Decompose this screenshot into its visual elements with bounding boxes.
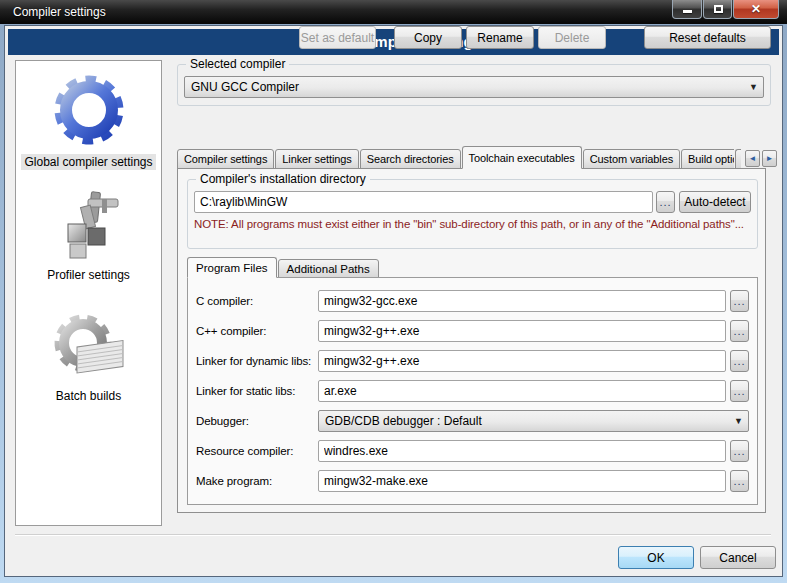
field-label: Linker for dynamic libs: <box>196 355 318 367</box>
installation-directory-input[interactable] <box>194 191 653 213</box>
rename-button[interactable]: Rename <box>466 26 534 49</box>
settings-category-sidebar: Global compiler settings <box>15 60 162 526</box>
dialog-client-area: Global compiler settings Global compiler… <box>4 25 783 577</box>
field-label: Make program: <box>196 475 318 487</box>
reset-defaults-button[interactable]: Reset defaults <box>644 26 771 49</box>
resource-compiler-input[interactable] <box>318 440 726 462</box>
c-compiler-input[interactable] <box>318 290 726 312</box>
field-row-dynamic-linker: Linker for dynamic libs: ... <box>196 350 749 372</box>
field-label: Resource compiler: <box>196 445 318 457</box>
tab-scroll-right-icon[interactable]: ► <box>762 150 777 167</box>
chevron-down-icon: ▼ <box>734 411 743 431</box>
cancel-button[interactable]: Cancel <box>700 546 776 569</box>
sidebar-item-label: Profiler settings <box>44 267 133 283</box>
tab-scroll-controls: ◄ ► <box>743 150 777 167</box>
compiler-settings-dialog: Compiler settings ✕ Global compiler sett… <box>0 0 787 583</box>
tab-custom-variables[interactable]: Custom variables <box>583 149 680 169</box>
cpp-compiler-input[interactable] <box>318 320 726 342</box>
field-row-cpp-compiler: C++ compiler: ... <box>196 320 749 342</box>
minimize-button[interactable] <box>672 0 702 19</box>
close-button[interactable]: ✕ <box>733 0 779 19</box>
chevron-down-icon: ▼ <box>749 77 758 97</box>
field-row-c-compiler: C compiler: ... <box>196 290 749 312</box>
field-label: C compiler: <box>196 295 318 307</box>
tab-toolchain-executables[interactable]: Toolchain executables <box>462 146 582 169</box>
toolchain-executables-panel: Compiler's installation directory ... Au… <box>177 168 766 513</box>
selected-compiler-value: GNU GCC Compiler <box>191 80 299 94</box>
close-icon: ✕ <box>734 2 778 16</box>
footer-divider <box>15 534 771 536</box>
field-label: Debugger: <box>196 415 318 427</box>
installation-directory-group: Compiler's installation directory ... Au… <box>187 179 758 249</box>
browse-make-program-button[interactable]: ... <box>730 470 749 492</box>
field-row-debugger: Debugger: GDB/CDB debugger : Default ▼ <box>196 410 749 432</box>
field-row-static-linker: Linker for static libs: ... <box>196 380 749 402</box>
selected-compiler-group: Selected compiler GNU GCC Compiler ▼ <box>177 64 771 106</box>
field-label: C++ compiler: <box>196 325 318 337</box>
static-linker-input[interactable] <box>318 380 726 402</box>
browse-dynamic-linker-button[interactable]: ... <box>730 350 749 372</box>
clipped-tab <box>735 149 741 169</box>
field-label: Linker for static libs: <box>196 385 318 397</box>
minimize-icon <box>683 10 692 13</box>
debugger-dropdown[interactable]: GDB/CDB debugger : Default ▼ <box>318 410 749 432</box>
tab-compiler-settings[interactable]: Compiler settings <box>177 149 274 169</box>
program-files-panel: C compiler: ... C++ compiler: ... Linker… <box>187 277 758 505</box>
sidebar-item-label: Global compiler settings <box>21 154 155 170</box>
dynamic-linker-input[interactable] <box>318 350 726 372</box>
browse-static-linker-button[interactable]: ... <box>730 380 749 402</box>
window-title: Compiler settings <box>13 5 106 19</box>
auto-detect-button[interactable]: Auto-detect <box>679 191 751 213</box>
browse-c-compiler-button[interactable]: ... <box>730 290 749 312</box>
set-as-default-button[interactable]: Set as default <box>299 26 376 49</box>
browse-resource-compiler-button[interactable]: ... <box>730 440 749 462</box>
window-frame: Global compiler settings Global compiler… <box>0 24 787 583</box>
make-program-input[interactable] <box>318 470 726 492</box>
tab-scroll-left-icon[interactable]: ◄ <box>745 150 760 167</box>
field-row-resource-compiler: Resource compiler: ... <box>196 440 749 462</box>
maximize-button[interactable] <box>703 0 732 19</box>
installation-directory-group-label: Compiler's installation directory <box>196 172 370 186</box>
caliper-icon <box>50 190 126 264</box>
field-row-make-program: Make program: ... <box>196 470 749 492</box>
window-controls: ✕ <box>671 0 779 19</box>
browse-directory-button[interactable]: ... <box>656 191 675 213</box>
installation-note: NOTE: All programs must exist either in … <box>194 218 753 230</box>
tab-linker-settings[interactable]: Linker settings <box>275 149 358 169</box>
browse-cpp-compiler-button[interactable]: ... <box>730 320 749 342</box>
subtab-additional-paths[interactable]: Additional Paths <box>278 259 379 278</box>
tab-build-options[interactable]: Build options <box>681 149 734 169</box>
selected-compiler-group-label: Selected compiler <box>186 57 289 71</box>
delete-button[interactable]: Delete <box>538 26 606 49</box>
sidebar-item-label: Batch builds <box>53 388 124 404</box>
maximize-icon <box>714 5 723 13</box>
title-bar[interactable]: Compiler settings ✕ <box>0 0 787 24</box>
sidebar-item-profiler-settings[interactable]: Profiler settings <box>44 190 133 283</box>
gray-gear-stack-icon <box>49 309 129 385</box>
selected-compiler-dropdown[interactable]: GNU GCC Compiler ▼ <box>184 76 764 98</box>
sidebar-item-batch-builds[interactable]: Batch builds <box>49 309 129 404</box>
tab-search-directories[interactable]: Search directories <box>360 149 461 169</box>
ok-button[interactable]: OK <box>618 546 694 569</box>
subtab-program-files[interactable]: Program Files <box>187 257 277 278</box>
debugger-value: GDB/CDB debugger : Default <box>325 414 482 428</box>
installation-directory-row: ... Auto-detect <box>194 191 751 213</box>
copy-button[interactable]: Copy <box>394 26 462 49</box>
settings-tab-strip: Compiler settings Linker settings Search… <box>177 146 734 169</box>
sidebar-item-global-compiler-settings[interactable]: Global compiler settings <box>21 69 155 170</box>
blue-gear-icon <box>49 69 129 151</box>
program-subtab-strip: Program Files Additional Paths <box>187 257 380 278</box>
